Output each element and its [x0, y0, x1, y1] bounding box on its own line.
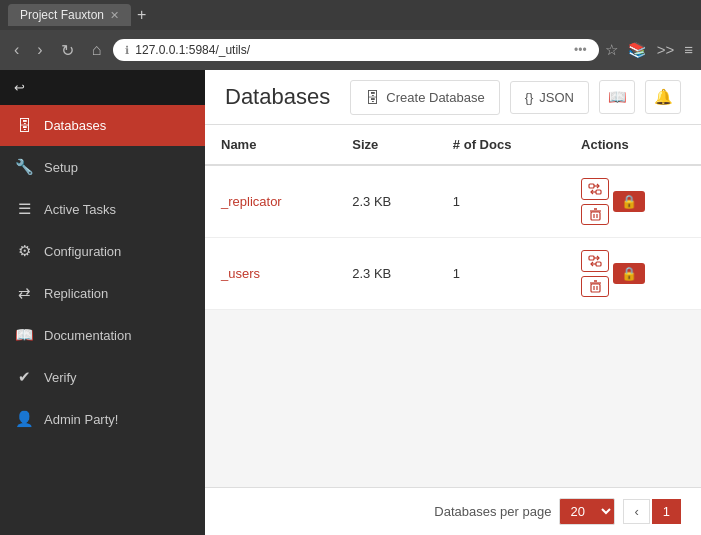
db-docs-replicator: 1 — [437, 165, 565, 238]
sidebar-label-admin-party: Admin Party! — [44, 412, 118, 427]
browser-tab[interactable]: Project Fauxton ✕ — [8, 4, 131, 26]
app-container: ↩ 🗄 Databases 🔧 Setup ☰ Active Tasks ⚙ C… — [0, 70, 701, 535]
sidebar-header: ↩ — [0, 70, 205, 105]
table-row: _users 2.3 KB 1 — [205, 238, 701, 310]
more-options-icon: ••• — [574, 43, 587, 57]
sidebar-item-admin-party[interactable]: 👤 Admin Party! — [0, 398, 205, 440]
sidebar-item-active-tasks[interactable]: ☰ Active Tasks — [0, 188, 205, 230]
pagination: ‹ 1 — [623, 499, 681, 524]
create-db-icon: 🗄 — [365, 89, 380, 106]
tab-title: Project Fauxton — [20, 8, 104, 22]
setup-icon: 🔧 — [14, 158, 34, 176]
sidebar-label-setup: Setup — [44, 160, 78, 175]
create-db-label: Create Database — [386, 90, 484, 105]
col-actions: Actions — [565, 125, 701, 165]
action-icon-group-replicator — [581, 178, 609, 225]
db-size-replicator: 2.3 KB — [336, 165, 437, 238]
sidebar-label-verify: Verify — [44, 370, 77, 385]
action-buttons-users: 🔒 — [581, 250, 685, 297]
create-database-button[interactable]: 🗄 Create Database — [350, 80, 499, 115]
col-docs: # of Docs — [437, 125, 565, 165]
svg-rect-9 — [589, 256, 594, 260]
sidebar-item-setup[interactable]: 🔧 Setup — [0, 146, 205, 188]
lock-button-replicator[interactable]: 🔒 — [613, 191, 645, 212]
back-button[interactable]: ‹ — [8, 37, 25, 63]
svg-rect-13 — [591, 284, 600, 292]
active-tasks-icon: ☰ — [14, 200, 34, 218]
home-button[interactable]: ⌂ — [86, 37, 108, 63]
bookmark-list-icon[interactable]: 📚 — [628, 41, 647, 59]
bell-icon: 🔔 — [654, 88, 673, 106]
book-icon: 📖 — [608, 88, 627, 106]
main-content: Databases 🗄 Create Database {} JSON 📖 🔔 — [205, 70, 701, 535]
reload-button[interactable]: ↻ — [55, 37, 80, 64]
sidebar: ↩ 🗄 Databases 🔧 Setup ☰ Active Tasks ⚙ C… — [0, 70, 205, 535]
forward-button[interactable]: › — [31, 37, 48, 63]
svg-rect-10 — [596, 262, 601, 266]
page-title: Databases — [225, 84, 340, 110]
sidebar-label-documentation: Documentation — [44, 328, 131, 343]
action-buttons-replicator: 🔒 — [581, 178, 685, 225]
col-name: Name — [205, 125, 336, 165]
sidebar-item-replication[interactable]: ⇄ Replication — [0, 272, 205, 314]
db-size-users: 2.3 KB — [336, 238, 437, 310]
configuration-icon: ⚙ — [14, 242, 34, 260]
sidebar-item-verify[interactable]: ✔ Verify — [0, 356, 205, 398]
content-header: Databases 🗄 Create Database {} JSON 📖 🔔 — [205, 70, 701, 125]
prev-page-button[interactable]: ‹ — [623, 499, 649, 524]
action-icon-group-users — [581, 250, 609, 297]
tab-close-button[interactable]: ✕ — [110, 9, 119, 22]
table-row: _replicator 2.3 KB 1 — [205, 165, 701, 238]
sidebar-back-icon: ↩ — [14, 80, 25, 95]
col-size: Size — [336, 125, 437, 165]
sidebar-label-active-tasks: Active Tasks — [44, 202, 116, 217]
current-page: 1 — [652, 499, 681, 524]
content-footer: Databases per page 20 50 100 ‹ 1 — [205, 487, 701, 535]
extensions-icon[interactable]: >> — [657, 41, 675, 59]
admin-icon: 👤 — [14, 410, 34, 428]
docs-button[interactable]: 📖 — [599, 80, 635, 114]
documentation-icon: 📖 — [14, 326, 34, 344]
url-text: 127.0.0.1:5984/_utils/ — [135, 43, 568, 57]
replicate-button-replicator[interactable] — [581, 178, 609, 200]
browser-chrome: Project Fauxton ✕ + — [0, 0, 701, 30]
json-button[interactable]: {} JSON — [510, 81, 589, 114]
database-table-area: Name Size # of Docs Actions _replicator … — [205, 125, 701, 487]
db-docs-users: 1 — [437, 238, 565, 310]
menu-icon[interactable]: ≡ — [684, 41, 693, 59]
sidebar-label-configuration: Configuration — [44, 244, 121, 259]
replication-icon: ⇄ — [14, 284, 34, 302]
svg-rect-0 — [589, 184, 594, 188]
navigation-bar: ‹ › ↻ ⌂ ℹ 127.0.0.1:5984/_utils/ ••• ☆ 📚… — [0, 30, 701, 70]
svg-rect-1 — [596, 190, 601, 194]
replicate-button-users[interactable] — [581, 250, 609, 272]
address-bar[interactable]: ℹ 127.0.0.1:5984/_utils/ ••• — [113, 39, 598, 61]
new-tab-button[interactable]: + — [137, 6, 146, 24]
db-name-replicator[interactable]: _replicator — [221, 194, 282, 209]
sidebar-label-databases: Databases — [44, 118, 106, 133]
db-name-users[interactable]: _users — [221, 266, 260, 281]
sidebar-item-configuration[interactable]: ⚙ Configuration — [0, 230, 205, 272]
databases-icon: 🗄 — [14, 117, 34, 134]
sidebar-item-documentation[interactable]: 📖 Documentation — [0, 314, 205, 356]
nav-icon-group: ☆ 📚 >> ≡ — [605, 41, 693, 59]
per-page-label: Databases per page — [434, 504, 551, 519]
delete-button-users[interactable] — [581, 276, 609, 297]
json-icon: {} — [525, 90, 534, 105]
table-header-row: Name Size # of Docs Actions — [205, 125, 701, 165]
security-icon: ℹ — [125, 44, 129, 57]
database-table: Name Size # of Docs Actions _replicator … — [205, 125, 701, 310]
notification-button[interactable]: 🔔 — [645, 80, 681, 114]
lock-button-users[interactable]: 🔒 — [613, 263, 645, 284]
bookmark-icon[interactable]: ☆ — [605, 41, 618, 59]
svg-rect-4 — [591, 212, 600, 220]
delete-button-replicator[interactable] — [581, 204, 609, 225]
sidebar-label-replication: Replication — [44, 286, 108, 301]
sidebar-item-databases[interactable]: 🗄 Databases — [0, 105, 205, 146]
verify-icon: ✔ — [14, 368, 34, 386]
json-label: JSON — [539, 90, 574, 105]
per-page-select[interactable]: 20 50 100 — [559, 498, 615, 525]
